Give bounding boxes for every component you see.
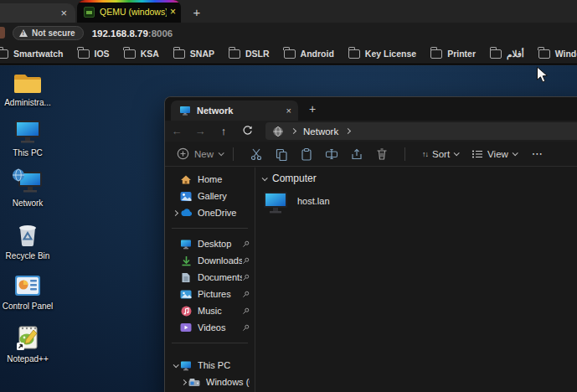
refresh-icon[interactable] xyxy=(235,125,259,138)
cut-icon xyxy=(250,147,263,161)
pin-icon xyxy=(242,270,250,285)
sidebar-item-desktop[interactable]: Desktop xyxy=(165,235,255,252)
rename-button[interactable] xyxy=(325,147,338,161)
view-button[interactable]: View xyxy=(471,149,517,159)
chevron-down-icon[interactable] xyxy=(173,362,178,368)
screen: × QEMU (windows) - noVNC × + Not secure … xyxy=(0,0,577,392)
folder-icon xyxy=(78,49,90,59)
pictures-icon xyxy=(180,288,192,300)
folder-icon xyxy=(173,49,185,59)
breadcrumb-separator-icon[interactable] xyxy=(345,128,351,134)
breadcrumb-item-network[interactable]: Network xyxy=(303,126,338,137)
desktop-icon-network[interactable]: Network xyxy=(2,168,54,208)
tab-title: QEMU (windows) - noVNC xyxy=(100,7,167,17)
folder-icon xyxy=(13,70,43,95)
drive-icon xyxy=(188,376,200,388)
desktop-icon-control-panel[interactable]: Control Panel xyxy=(2,274,54,311)
music-icon xyxy=(180,305,192,317)
chevron-right-icon[interactable] xyxy=(172,209,178,215)
chevron-down-icon[interactable] xyxy=(262,175,268,181)
new-tab-button[interactable]: + xyxy=(189,5,204,20)
desktop-icon-notepad-plus-plus[interactable]: Notepad++ xyxy=(2,324,54,364)
explorer-new-tab-button[interactable]: + xyxy=(309,102,316,116)
more-options-button[interactable]: ⋯ xyxy=(532,147,544,160)
sidebar-item-home[interactable]: Home xyxy=(165,171,255,188)
desktop-icon-administrator[interactable]: Administra... xyxy=(2,70,54,107)
sidebar-item-onedrive[interactable]: OneDrive xyxy=(165,204,255,221)
bookmark-android[interactable]: Android xyxy=(284,49,334,59)
bookmark-key-license[interactable]: Key License xyxy=(348,49,416,59)
sidebar-item-documents[interactable]: Documents xyxy=(165,269,255,286)
network-icon xyxy=(179,106,191,116)
new-button[interactable]: New xyxy=(177,147,223,160)
url-field[interactable]: 192.168.8.79:8006 xyxy=(92,28,173,39)
file-explorer-window: Network × + ← → ↑ xyxy=(164,96,577,392)
folder-icon xyxy=(124,49,136,59)
bookmark-smartwatch[interactable]: Smartwatch xyxy=(0,49,64,59)
sidebar-item-downloads[interactable]: Downloads xyxy=(165,252,255,269)
network-host-item[interactable]: host.lan xyxy=(262,191,577,214)
browser-tab-strip: × QEMU (windows) - noVNC × + xyxy=(0,0,577,23)
forward-icon[interactable]: → xyxy=(188,125,212,137)
bookmark-snap[interactable]: SNAP xyxy=(173,49,214,59)
tab-close-icon[interactable]: × xyxy=(170,6,176,18)
videos-icon xyxy=(180,322,192,333)
folder-icon xyxy=(229,49,240,59)
explorer-content-pane[interactable]: Computer host.lan xyxy=(255,168,577,392)
desktop-icon-recycle-bin[interactable]: Recycle Bin xyxy=(2,221,54,260)
sidebar-item-pictures[interactable]: Pictures xyxy=(165,286,255,302)
sidebar-item-gallery[interactable]: Gallery xyxy=(165,188,255,204)
group-header-computer[interactable]: Computer xyxy=(262,173,577,184)
sidebar-divider xyxy=(172,343,248,343)
notepad-plus-icon xyxy=(13,324,42,351)
share-button[interactable] xyxy=(350,147,363,161)
delete-button[interactable] xyxy=(375,147,389,161)
plus-circle-icon xyxy=(177,147,189,160)
recycle-bin-icon xyxy=(14,221,41,248)
sidebar-item-windows-c[interactable]: Windows (C:) xyxy=(165,374,255,390)
onedrive-icon xyxy=(180,207,192,219)
tab-close-icon[interactable]: × xyxy=(286,106,291,116)
chevron-down-icon xyxy=(454,150,460,156)
home-icon xyxy=(180,173,192,185)
url-host: 192.168.8.79 xyxy=(92,28,148,39)
network-icon xyxy=(11,168,44,195)
folder-icon xyxy=(538,49,550,59)
folder-icon xyxy=(284,49,296,59)
back-icon[interactable]: ← xyxy=(165,125,188,137)
host-item-label: host.lan xyxy=(297,196,330,206)
bookmark-windows[interactable]: Windows xyxy=(538,49,577,59)
browser-tab-active[interactable]: QEMU (windows) - noVNC × xyxy=(77,0,181,23)
remote-desktop[interactable]: Administra... This PC Network xyxy=(0,65,577,392)
paste-icon xyxy=(300,147,313,161)
bookmark-dslr[interactable]: DSLR xyxy=(229,49,270,59)
explorer-tab-network[interactable]: Network × xyxy=(171,101,298,121)
bookmark-ksa[interactable]: KSA xyxy=(124,49,159,59)
address-breadcrumb-bar[interactable]: Network xyxy=(265,122,577,140)
computer-icon xyxy=(13,119,43,145)
sidebar-item-music[interactable]: Music xyxy=(165,302,255,319)
security-badge[interactable]: Not secure xyxy=(13,26,84,40)
sidebar-item-videos[interactable]: Videos xyxy=(165,319,255,336)
chevron-right-icon[interactable] xyxy=(180,379,186,384)
view-list-icon xyxy=(471,149,483,159)
browser-address-bar: Not secure 192.168.8.79:8006 xyxy=(0,23,577,44)
bookmark-aflam[interactable]: أفلام xyxy=(490,49,524,59)
network-globe-icon xyxy=(272,126,284,137)
sort-button[interactable]: ↑↓ Sort xyxy=(422,149,458,159)
share-icon xyxy=(350,147,363,161)
browser-tab-background[interactable]: × xyxy=(0,3,75,23)
paste-button[interactable] xyxy=(300,147,313,161)
security-badge-label: Not secure xyxy=(32,28,75,38)
bookmark-ios[interactable]: IOS xyxy=(78,49,110,59)
cut-button[interactable] xyxy=(250,147,263,161)
tab-close-icon[interactable]: × xyxy=(52,7,75,19)
bookmark-printer[interactable]: Printer xyxy=(430,49,476,59)
up-icon[interactable]: ↑ xyxy=(212,125,235,137)
desktop-icon-this-pc[interactable]: This PC xyxy=(2,119,54,157)
sidebar-item-this-pc[interactable]: This PC xyxy=(165,357,255,374)
copy-button[interactable] xyxy=(275,147,288,161)
partial-extension-icon[interactable] xyxy=(0,27,5,39)
novnc-favicon-icon xyxy=(84,7,95,18)
copy-icon xyxy=(275,147,288,161)
